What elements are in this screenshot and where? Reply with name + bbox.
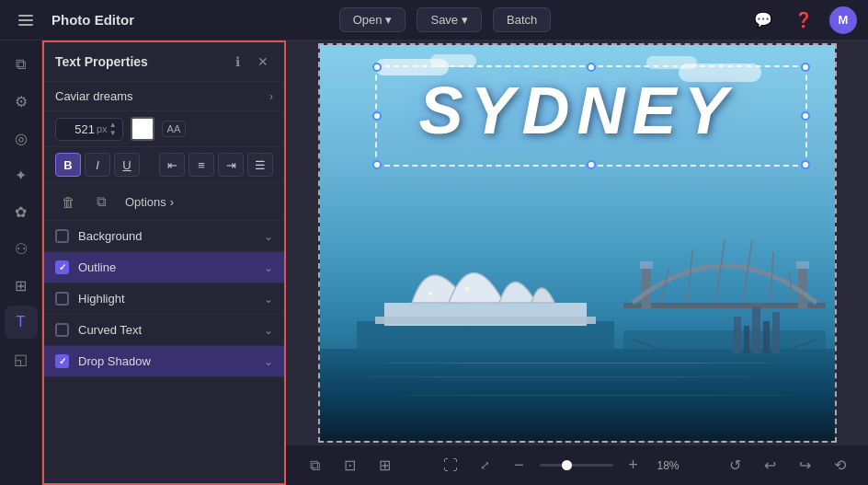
size-down-button[interactable]: ▼ <box>109 130 117 137</box>
highlight-label: Highlight <box>78 292 264 306</box>
canvas-image-wrap: SYDNEY <box>318 43 837 443</box>
zoom-out-button[interactable]: − <box>507 453 532 479</box>
help-button[interactable]: ❓ <box>789 6 818 35</box>
handle-top-left[interactable] <box>372 63 382 72</box>
undo-button[interactable]: ↩ <box>756 452 783 479</box>
curved-text-section[interactable]: Curved Text ⌄ <box>44 315 284 346</box>
font-chevron-icon: › <box>269 90 273 103</box>
fit-screen-button[interactable]: ⛶ <box>437 452 464 479</box>
actions-row: 🗑 ⧉ Options › <box>44 183 284 221</box>
zoom-value-label: 18% <box>654 459 683 472</box>
refresh-button[interactable]: ↺ <box>721 452 748 479</box>
handle-middle-left[interactable] <box>372 111 382 121</box>
align-center-button[interactable]: ≡ <box>188 153 214 177</box>
options-chevron-icon: › <box>170 195 174 209</box>
sidebar-icon-people[interactable]: ⚇ <box>5 232 38 265</box>
outline-chevron-icon: ⌄ <box>264 261 273 274</box>
size-arrows: ▲ ▼ <box>109 121 117 137</box>
svg-rect-6 <box>623 303 826 308</box>
copy-button[interactable]: ⧉ <box>88 189 114 214</box>
handle-top-right[interactable] <box>801 63 810 72</box>
app-title: Photo Editor <box>51 12 134 28</box>
background-checkbox[interactable] <box>55 229 69 243</box>
size-unit-label: px <box>97 123 108 134</box>
highlight-checkbox[interactable] <box>55 292 69 306</box>
underline-button[interactable]: U <box>114 153 140 177</box>
font-size-input[interactable] <box>62 122 95 136</box>
open-button[interactable]: Open ▾ <box>339 7 406 32</box>
drop-shadow-label: Drop Shadow <box>78 354 264 368</box>
zoom-fit-button[interactable]: ⤢ <box>472 452 499 479</box>
delete-button[interactable]: 🗑 <box>55 189 81 214</box>
canvas-content[interactable]: SYDNEY <box>286 40 868 445</box>
italic-button[interactable]: I <box>85 153 110 177</box>
background-section[interactable]: Background ⌄ <box>44 221 284 252</box>
size-up-button[interactable]: ▲ <box>109 121 117 129</box>
handle-bottom-right[interactable] <box>801 160 810 169</box>
background-label: Background <box>78 229 264 243</box>
text-selection-box <box>375 65 807 167</box>
save-button[interactable]: Save ▾ <box>417 7 482 32</box>
drop-shadow-section[interactable]: Drop Shadow ⌄ <box>44 346 284 377</box>
panel-header-icons: ℹ ✕ <box>227 52 273 72</box>
size-input-wrap: px ▲ ▼ <box>55 118 123 141</box>
svg-rect-15 <box>640 261 653 269</box>
aa-button[interactable]: AA <box>162 121 187 137</box>
harbor-bridge-svg <box>623 220 826 367</box>
size-color-row: px ▲ ▼ AA <box>44 111 284 147</box>
font-selector[interactable]: Caviar dreams › <box>44 82 284 111</box>
curved-text-checkbox[interactable] <box>55 323 69 337</box>
outline-section[interactable]: Outline ⌄ <box>44 252 284 283</box>
align-left-button[interactable]: ⇤ <box>159 153 185 177</box>
background-chevron-icon: ⌄ <box>264 230 273 243</box>
zoom-in-button[interactable]: + <box>621 453 646 479</box>
handle-middle-right[interactable] <box>801 111 810 121</box>
city-buildings <box>734 307 780 353</box>
handle-bottom-left[interactable] <box>372 160 382 169</box>
menu-button[interactable] <box>11 6 40 35</box>
drop-shadow-chevron-icon: ⌄ <box>264 355 273 368</box>
curved-text-label: Curved Text <box>78 323 264 337</box>
options-button[interactable]: Options › <box>125 195 174 209</box>
handle-bottom-middle[interactable] <box>587 160 596 169</box>
sidebar-icon-assets[interactable]: ⊞ <box>5 269 38 302</box>
highlight-section[interactable]: Highlight ⌄ <box>44 283 284 315</box>
outline-checkbox[interactable] <box>55 260 69 274</box>
zoom-slider-thumb[interactable] <box>562 460 572 470</box>
chat-button[interactable]: 💬 <box>748 6 778 35</box>
handle-top-middle[interactable] <box>587 63 596 72</box>
info-button[interactable]: ℹ <box>227 52 247 72</box>
zoom-slider[interactable] <box>540 464 613 467</box>
options-label: Options <box>125 195 166 209</box>
color-picker-button[interactable] <box>131 117 154 141</box>
sidebar-icon-brush[interactable]: ✦ <box>5 158 38 191</box>
sidebar-icon-adjust[interactable]: ⚙ <box>5 85 38 118</box>
transform-panel-button[interactable]: ⊡ <box>336 452 363 479</box>
align-right-button[interactable]: ⇥ <box>218 153 244 177</box>
close-button[interactable]: ✕ <box>253 52 273 72</box>
grid-panel-button[interactable]: ⊞ <box>371 452 398 479</box>
bottom-toolbar: ⧉ ⊡ ⊞ ⛶ ⤢ − + 18% ↺ ↩ ↪ ⟲ <box>286 445 868 485</box>
svg-line-10 <box>688 249 692 303</box>
svg-point-4 <box>465 287 469 291</box>
main-content: ⧉ ⚙ ◎ ✦ ✿ ⚇ ⊞ T ◱ Text Properties ℹ ✕ Ca… <box>0 40 868 485</box>
topbar: Photo Editor Open ▾ Save ▾ Batch 💬 ❓ M <box>0 0 868 40</box>
batch-button[interactable]: Batch <box>493 7 551 32</box>
sidebar-icon-effects[interactable]: ✿ <box>5 195 38 228</box>
sidebar-icon-layers[interactable]: ⧉ <box>5 48 38 81</box>
water-area <box>320 349 835 441</box>
sidebar-icon-text[interactable]: T <box>5 306 38 339</box>
redo-button[interactable]: ↪ <box>791 452 818 479</box>
history-button[interactable]: ⟲ <box>826 452 853 479</box>
svg-line-11 <box>715 240 725 303</box>
text-properties-panel: Text Properties ℹ ✕ Caviar dreams › px ▲… <box>42 40 286 485</box>
sidebar-icon-shape[interactable]: ◱ <box>5 342 38 375</box>
drop-shadow-checkbox[interactable] <box>55 354 69 368</box>
layers-panel-button[interactable]: ⧉ <box>301 452 328 479</box>
sidebar-icon-eye[interactable]: ◎ <box>5 121 38 155</box>
bold-button[interactable]: B <box>55 153 81 177</box>
align-justify-button[interactable]: ☰ <box>247 153 273 177</box>
svg-rect-8 <box>798 266 807 308</box>
outline-label: Outline <box>78 260 264 274</box>
avatar[interactable]: M <box>829 6 857 34</box>
